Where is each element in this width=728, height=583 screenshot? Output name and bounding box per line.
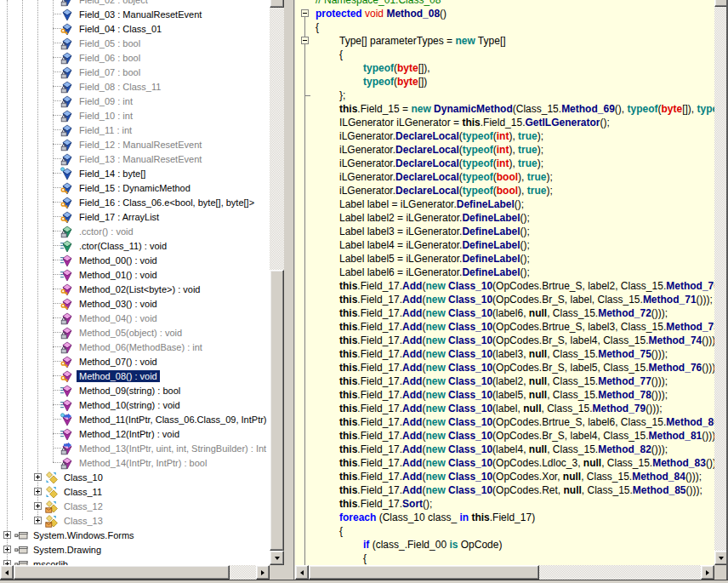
method-icon — [60, 384, 74, 397]
code-token: Class_10 — [448, 307, 492, 319]
tree-item[interactable]: Method_07() : void — [0, 354, 270, 369]
tree-item[interactable]: Field_09 : int — [0, 94, 270, 108]
tree-item[interactable]: .ctor(Class_11) : void — [0, 238, 270, 253]
decompiled-code[interactable]: // Namespace_01.Class_08protected void M… — [295, 0, 714, 565]
expand-plus-icon[interactable] — [34, 502, 42, 510]
scroll-right-button[interactable] — [256, 565, 270, 580]
code-token: (Class_10 class_ — [376, 512, 459, 523]
code-token: new — [425, 294, 445, 306]
scroll-left-button[interactable] — [295, 565, 309, 580]
tree-item[interactable]: Method_13(IntPtr, uint, int, StringBuild… — [0, 441, 270, 455]
code-token: Add — [402, 334, 422, 346]
code-token: , Class_15. — [581, 471, 632, 483]
code-token: protected — [316, 8, 362, 20]
code-token: (), — [615, 103, 628, 115]
scroll-up-button[interactable] — [270, 0, 284, 8]
code-token: DeclareLocal — [395, 171, 459, 183]
tree-item[interactable]: Method_14(IntPtr, IntPtr) : bool — [0, 455, 270, 470]
collapse-toggle-icon[interactable] — [301, 37, 309, 44]
tree-item[interactable]: Method_06(MethodBase) : int — [0, 340, 270, 354]
tree-item[interactable]: System.Windows.Forms — [0, 528, 270, 542]
tree-item[interactable]: Field_06 : bool — [0, 50, 270, 65]
tree-item[interactable]: Class_13 — [0, 513, 270, 528]
code-token: .Field_17. — [357, 334, 402, 346]
code-token: () — [440, 8, 446, 20]
method-key-icon — [60, 369, 74, 383]
tree-vertical-scrollbar[interactable] — [270, 0, 284, 565]
scroll-right-button[interactable] — [701, 565, 714, 580]
code-token: .Field_17. — [357, 471, 402, 483]
tree-item[interactable]: Field_13 : ManualResetEvent — [0, 151, 270, 166]
code-token: Class_10 — [448, 484, 492, 496]
code-token: Class_10 — [448, 294, 492, 306]
code-token: void — [365, 8, 384, 20]
tree-item[interactable]: Class_10 — [0, 470, 270, 484]
scrollbar-thumb[interactable] — [309, 565, 539, 580]
tree-item[interactable]: Method_05(object) : void — [0, 325, 270, 340]
code-token: iLGenerator. — [339, 185, 395, 197]
tree-item[interactable]: Field_15 : DynamicMethod — [0, 180, 270, 195]
assembly-tree[interactable]: Field_02 : objectField_03 : ManualResetE… — [0, 0, 270, 565]
tree-item[interactable]: Class_11 — [0, 484, 270, 499]
code-line: Label label5 = iLGenerator.DefineLabel()… — [295, 252, 714, 266]
tree-item[interactable]: Field_03 : ManualResetEvent — [0, 7, 270, 21]
code-token: .Field_15. — [481, 117, 526, 129]
tree-item[interactable]: Field_05 : bool — [0, 36, 270, 50]
scrollbar-thumb[interactable] — [14, 565, 230, 580]
tree-item[interactable]: Method_01() : void — [0, 267, 270, 282]
code-line: { — [295, 552, 714, 565]
code-horizontal-scrollbar[interactable] — [295, 565, 714, 580]
scroll-down-button[interactable] — [270, 551, 284, 565]
tree-item[interactable]: Field_07 : bool — [0, 65, 270, 79]
code-line: this.Field_17.Add(new Class_10(label, nu… — [295, 402, 714, 415]
code-token: ); — [546, 185, 552, 197]
tree-item[interactable]: Method_04() : void — [0, 311, 270, 325]
code-token: Method_71 — [643, 294, 697, 306]
tree-item[interactable]: Field_08 : Class_11 — [0, 79, 270, 94]
tree-item[interactable]: Field_10 : int — [0, 108, 270, 123]
code-line: this.Field_17.Add(new Class_10(OpCodes.B… — [295, 293, 714, 306]
tree-item[interactable]: Field_14 : byte[] — [0, 166, 270, 180]
tree-item[interactable]: .cctor() : void — [0, 224, 270, 238]
tree-item-label: Field_05 : bool — [77, 37, 143, 49]
scroll-down-icon — [719, 557, 724, 560]
expand-plus-icon[interactable] — [3, 531, 11, 539]
tree-item[interactable]: Method_02(List<byte>) : void — [0, 282, 270, 296]
code-token: new — [425, 334, 445, 346]
tree-item[interactable]: Method_11(IntPtr, Class_06.Class_09, Int… — [0, 412, 270, 426]
expand-plus-icon[interactable] — [34, 488, 42, 495]
tree-item[interactable]: System.Drawing — [0, 542, 270, 557]
field-lock-icon — [60, 51, 74, 65]
panel-splitter[interactable] — [284, 0, 293, 580]
tree-item-label: Class_10 — [61, 472, 105, 483]
tree-item[interactable]: Field_04 : Class_01 — [0, 21, 270, 36]
tree-item[interactable]: Method_09(string) : bool — [0, 383, 270, 397]
tree-item[interactable]: Method_12(IntPtr) : void — [0, 426, 270, 441]
code-token: Method_83 — [652, 457, 706, 469]
code-token: new — [425, 443, 445, 455]
collapse-toggle-icon[interactable] — [301, 9, 309, 17]
code-token: Method_81 — [649, 430, 702, 442]
tree-item[interactable]: Field_11 : int — [0, 123, 270, 137]
scrollbar-thumb[interactable] — [270, 270, 284, 551]
tree-item[interactable]: Field_02 : object — [0, 0, 270, 7]
tree-item[interactable]: Field_12 : ManualResetEvent — [0, 137, 270, 151]
scroll-left-button[interactable] — [0, 565, 14, 580]
scrollbar-track[interactable] — [270, 8, 284, 270]
tree-item[interactable]: Field_17 : ArrayList — [0, 209, 270, 224]
expand-plus-icon[interactable] — [34, 517, 42, 524]
tree-item[interactable]: Field_16 : Class_06.e<bool, byte[], byte… — [0, 195, 270, 209]
tree-item[interactable]: Method_00() : void — [0, 253, 270, 267]
ctor-icon — [60, 239, 74, 253]
tree-horizontal-scrollbar[interactable] — [0, 565, 270, 580]
tree-item[interactable]: Method_10(string) : void — [0, 397, 270, 412]
code-token: Method_78 — [598, 389, 651, 401]
tree-item[interactable]: Class_12 — [0, 499, 270, 513]
expand-plus-icon[interactable] — [3, 546, 11, 553]
tree-item[interactable]: mscorlib — [0, 557, 270, 565]
expand-plus-icon[interactable] — [34, 473, 42, 481]
tree-item[interactable]: Method_03() : void — [0, 296, 270, 311]
code-token: (OpCodes.Brtrue_S, label3, Class_15. — [492, 321, 666, 333]
tree-item[interactable]: Method_08() : void — [0, 369, 270, 383]
code-token: Class_10 — [448, 430, 492, 442]
